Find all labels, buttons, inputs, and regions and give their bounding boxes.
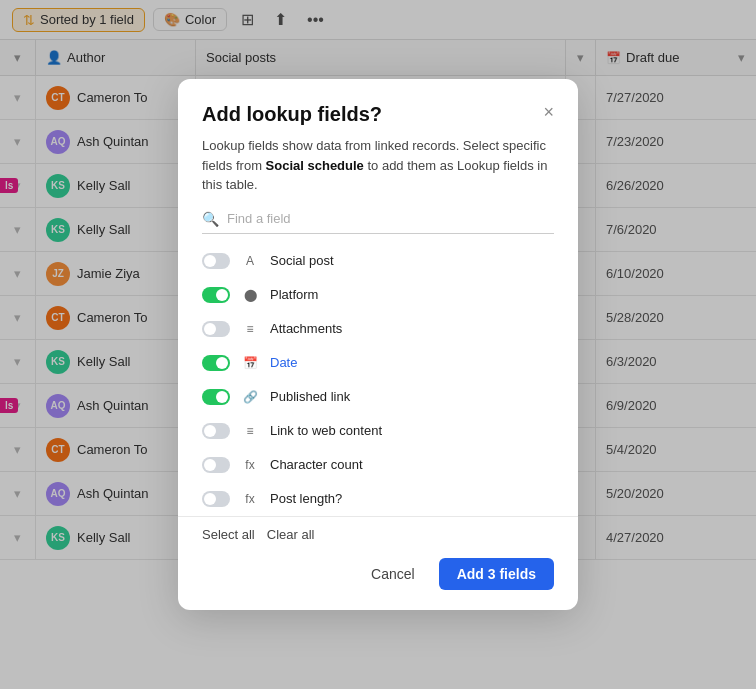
add-lookup-modal: Add lookup fields? × Lookup fields show … bbox=[178, 79, 578, 610]
field-item[interactable]: ≡ Link to web content bbox=[190, 414, 566, 448]
search-icon: 🔍 bbox=[202, 211, 219, 227]
field-list: A Social post ⬤ Platform ≡ Attachments 📅… bbox=[178, 244, 578, 516]
field-type-icon: fx bbox=[240, 455, 260, 475]
modal-title: Add lookup fields? bbox=[202, 103, 382, 126]
field-type-icon: fx bbox=[240, 489, 260, 509]
field-toggle[interactable] bbox=[202, 423, 230, 439]
cancel-button[interactable]: Cancel bbox=[357, 559, 429, 589]
field-item[interactable]: fx Character count bbox=[190, 448, 566, 482]
field-name: Platform bbox=[270, 287, 318, 302]
modal-header: Add lookup fields? × bbox=[178, 79, 578, 126]
field-item[interactable]: ⬤ Platform bbox=[190, 278, 566, 312]
field-toggle[interactable] bbox=[202, 457, 230, 473]
field-item[interactable]: 📅 Date bbox=[190, 346, 566, 380]
field-type-icon: 📅 bbox=[240, 353, 260, 373]
field-name: Date bbox=[270, 355, 297, 370]
field-item[interactable]: A Social post bbox=[190, 244, 566, 278]
add-fields-button[interactable]: Add 3 fields bbox=[439, 558, 554, 590]
field-type-icon: A bbox=[240, 251, 260, 271]
field-item[interactable]: ≡ Attachments bbox=[190, 312, 566, 346]
modal-footer: Cancel Add 3 fields bbox=[178, 548, 578, 610]
field-type-icon: ≡ bbox=[240, 421, 260, 441]
field-toggle[interactable] bbox=[202, 287, 230, 303]
field-toggle[interactable] bbox=[202, 491, 230, 507]
field-name: Character count bbox=[270, 457, 363, 472]
modal-footer-actions: Select all Clear all bbox=[178, 516, 578, 548]
field-name: Published link bbox=[270, 389, 350, 404]
field-item[interactable]: 🔗 Published link bbox=[190, 380, 566, 414]
field-item[interactable]: fx Post length? bbox=[190, 482, 566, 516]
field-name: Post length? bbox=[270, 491, 342, 506]
modal-overlay: Add lookup fields? × Lookup fields show … bbox=[0, 0, 756, 689]
field-name: Social post bbox=[270, 253, 334, 268]
field-type-icon: ≡ bbox=[240, 319, 260, 339]
field-type-icon: 🔗 bbox=[240, 387, 260, 407]
field-toggle[interactable] bbox=[202, 253, 230, 269]
field-name: Link to web content bbox=[270, 423, 382, 438]
search-input[interactable] bbox=[227, 211, 554, 226]
field-toggle[interactable] bbox=[202, 389, 230, 405]
field-toggle[interactable] bbox=[202, 355, 230, 371]
modal-close-button[interactable]: × bbox=[543, 103, 554, 121]
clear-all-button[interactable]: Clear all bbox=[267, 527, 315, 542]
field-name: Attachments bbox=[270, 321, 342, 336]
select-all-button[interactable]: Select all bbox=[202, 527, 255, 542]
field-type-icon: ⬤ bbox=[240, 285, 260, 305]
field-search-area: 🔍 bbox=[202, 211, 554, 234]
modal-description: Lookup fields show data from linked reco… bbox=[178, 126, 578, 211]
field-toggle[interactable] bbox=[202, 321, 230, 337]
